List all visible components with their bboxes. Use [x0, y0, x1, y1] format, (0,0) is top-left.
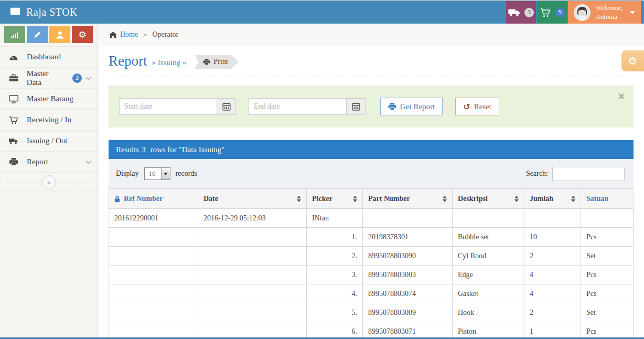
layout: ⚙ Dashboard Master Data 3 [0, 24, 644, 339]
gear-icon: ⚙ [628, 56, 638, 66]
table-cell: Gasket [453, 284, 524, 303]
start-date-input[interactable] [119, 98, 217, 115]
column-label: Deskripsi [458, 195, 488, 203]
double-chevron-left-icon: « [47, 178, 51, 186]
table-cell: Bubble set [453, 228, 524, 247]
get-report-button[interactable]: Get Report [380, 98, 443, 115]
home-icon [109, 31, 117, 38]
table-cell [198, 322, 307, 339]
column-header-jumlah[interactable]: Jumlah [524, 189, 581, 209]
printer-icon [388, 103, 396, 111]
bar-chart-icon [10, 30, 19, 39]
receiving-notifications-button[interactable]: 5 [537, 1, 567, 24]
column-header-deskripsi[interactable]: Deskripsi [453, 189, 524, 209]
issuing-table-body: 2016122900012016-12-29 05:12:03INtan1.20… [109, 209, 634, 339]
topbar-spacer [78, 1, 506, 24]
column-header-satuan[interactable]: Satuan [581, 189, 634, 209]
sidebar-item-label: Dashboard [27, 52, 61, 61]
breadcrumb-home-link[interactable]: Home [109, 30, 138, 39]
truck-icon [508, 8, 521, 17]
start-date-calendar-button[interactable] [217, 98, 236, 115]
chevron-down-icon [85, 157, 91, 166]
sidebar-item-receiving[interactable]: Receiving / In [0, 109, 98, 130]
sort-icon [514, 196, 519, 202]
reset-button[interactable]: ↺ Reset [455, 98, 499, 115]
table-cell: Pcs [581, 266, 634, 284]
table-cell [524, 209, 581, 228]
table-cell: Set [581, 303, 634, 322]
sidebar-collapse-button[interactable]: « [42, 175, 56, 189]
end-date-input[interactable] [249, 98, 346, 115]
top-bar: Raja STOK 3 5 Welcome, Antonia [0, 0, 644, 24]
breadcrumb-home-label: Home [120, 30, 138, 39]
page-title: Report [109, 53, 147, 69]
undo-icon: ↺ [463, 102, 470, 112]
quick-settings-button[interactable]: ⚙ [72, 26, 93, 43]
main-area: Home > Operator ⚙ Report » Issuing » Pri… [98, 24, 644, 339]
column-header-ref-number[interactable]: Ref Number [109, 189, 198, 209]
sidebar-collapse-row: « [0, 172, 98, 192]
sidebar-item-report[interactable]: Report [0, 151, 98, 172]
cart-icon [9, 116, 19, 124]
print-button[interactable]: Print [195, 55, 238, 69]
calendar-icon [222, 102, 231, 111]
table-cell: 8995078803090 [363, 247, 453, 266]
user-icon [56, 30, 65, 39]
breadcrumb-separator: > [143, 31, 147, 38]
sidebar-item-label: Master Barang [27, 94, 73, 103]
filter-close-button[interactable]: × [618, 92, 625, 101]
quick-stats-button[interactable] [4, 26, 25, 43]
issuing-notifications-button[interactable]: 3 [506, 1, 536, 24]
quick-edit-button[interactable] [27, 26, 48, 43]
table-cell: 8995078803071 [363, 322, 453, 339]
results-suffix: rows for "Data Issuing" [148, 145, 225, 154]
results-count[interactable]: 3 [142, 145, 146, 154]
sidebar-item-dashboard[interactable]: Dashboard [0, 46, 98, 67]
table-header-row: Ref Number Date P [109, 189, 634, 209]
table-cell: Set [581, 247, 634, 266]
page-length-select[interactable]: 10 [144, 167, 170, 180]
search-input[interactable] [552, 167, 625, 181]
table-cell [198, 247, 307, 266]
get-report-label: Get Report [400, 102, 435, 111]
user-menu-button[interactable]: Welcome, Antonia [568, 1, 641, 24]
calendar-icon [352, 102, 360, 111]
select-arrow-icon [161, 168, 170, 179]
table-cell [581, 209, 634, 228]
column-header-part-number[interactable]: Part Number [363, 189, 453, 209]
display-length-group: Display 10 records [116, 167, 197, 180]
avatar [574, 4, 591, 21]
table-row: 4.8995078803074Gasket4Pcs [109, 284, 634, 303]
content: Report » Issuing » Print [98, 46, 644, 339]
sidebar-item-master-data[interactable]: Master Data 3 [0, 67, 98, 88]
table-cell [109, 266, 198, 284]
table-cell: 4 [524, 284, 581, 303]
table-row: 2.8995078803090Cyl Rood2Set [109, 247, 634, 266]
table-cell: 2016-12-29 05:12:03 [198, 209, 307, 228]
table-cell: Pcs [581, 322, 634, 339]
search-label: Search: [526, 169, 548, 178]
column-header-picker[interactable]: Picker [307, 189, 363, 209]
column-label: Satuan [586, 195, 608, 203]
truck-icon [9, 137, 19, 145]
table-cell: 1 [524, 322, 581, 339]
sidebar-item-label: Receiving / In [27, 115, 71, 124]
end-date-calendar-button[interactable] [346, 98, 366, 115]
table-cell: 3. [307, 266, 363, 284]
quick-user-button[interactable] [49, 26, 70, 43]
table-cell: 10 [524, 228, 581, 247]
close-icon: × [618, 91, 625, 101]
sidebar-item-master-barang[interactable]: Master Barang [0, 88, 98, 109]
column-header-date[interactable]: Date [198, 189, 307, 209]
table-cell [198, 228, 307, 247]
breadcrumb-current: Operator [152, 30, 178, 39]
page-length-value: 10 [145, 168, 161, 179]
settings-flyout-button[interactable]: ⚙ [621, 50, 644, 71]
truck-badge: 3 [524, 8, 534, 17]
table-row: 5.8995078803009Hook2Set [109, 303, 634, 322]
caret-down-icon [630, 11, 635, 14]
records-label: records [176, 169, 197, 178]
table-cell [109, 284, 198, 303]
sidebar-item-issuing[interactable]: Issuing / Out [0, 130, 98, 151]
welcome-text: Welcome, Antonia [595, 4, 622, 21]
